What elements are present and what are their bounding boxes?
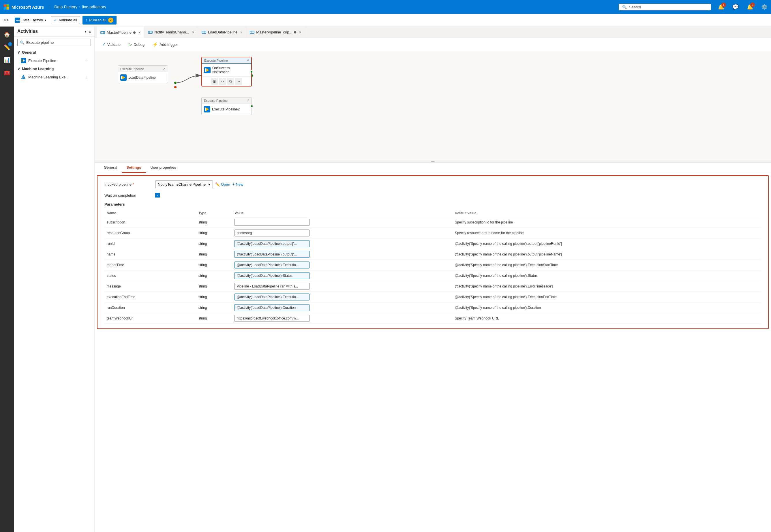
execute-pipeline-icon — [21, 58, 26, 63]
general-section-header[interactable]: ∨ General — [14, 48, 94, 56]
validate-button[interactable]: ✓ Validate — [99, 40, 123, 48]
param-value-input[interactable] — [234, 251, 309, 258]
external-link-icon[interactable]: ↗ — [247, 99, 249, 102]
top-bar: Microsoft Azure | Data Factory › live-ad… — [0, 0, 771, 14]
param-value-input[interactable] — [234, 262, 309, 268]
pencil-icon[interactable]: ✏️ 2 — [1, 42, 13, 53]
param-value-input[interactable] — [234, 294, 309, 300]
left-panel: Activities ‹ « 🔍 ∨ General Execute Pipel… — [14, 27, 95, 532]
notification-icon[interactable]: 🔔 1 — [718, 4, 724, 10]
breadcrumb-data-factory[interactable]: Data Factory — [54, 5, 77, 9]
code-action[interactable]: {} — [219, 78, 226, 85]
param-value-input[interactable] — [234, 230, 309, 236]
tab-notify-teams[interactable]: NotifyTeamsChann... ✕ — [144, 27, 198, 38]
param-name: status — [104, 270, 196, 281]
param-default: Specify subscription id for the pipeline — [453, 217, 761, 228]
search-icon: 🔍 — [20, 40, 25, 45]
param-type: string — [196, 292, 232, 302]
alerts-badge: 8 — [750, 3, 755, 7]
activities-search[interactable]: 🔍 — [17, 39, 91, 46]
svg-rect-25 — [121, 76, 122, 79]
data-factory-tab[interactable]: ADF Data Factory ▾ — [12, 18, 48, 23]
tab-master-pipeline[interactable]: MasterPipeline ✕ — [97, 27, 144, 38]
debug-button[interactable]: ▷ Debug — [126, 40, 147, 48]
param-value-input[interactable] — [234, 315, 309, 322]
tab-settings[interactable]: Settings — [122, 163, 146, 173]
collapse-all-icon[interactable]: « — [89, 29, 91, 34]
node-actions: 🗑 {} ⧉ ↔ — [202, 76, 251, 86]
home-icon[interactable]: 🏠 — [1, 29, 13, 40]
open-pipeline-button[interactable]: ✏️ Open — [215, 182, 230, 187]
alerts-icon[interactable]: 🔔 8 — [747, 4, 753, 10]
chevron-down-icon: ▾ — [208, 182, 210, 187]
ml-section-header[interactable]: ∨ Machine Learning — [14, 65, 94, 73]
top-icons: 🔔 1 💬 🔔 8 ⚙️ — [718, 4, 768, 10]
validate-all-button[interactable]: ✓ Validate all — [51, 16, 80, 24]
execute-pipeline-item[interactable]: Execute Pipeline ⣿ — [14, 56, 94, 65]
tab-master-copy[interactable]: MasterPipeline_cop... ✕ — [246, 27, 305, 38]
param-default: @activity('Specify name of the calling p… — [453, 281, 761, 292]
chat-icon[interactable]: 💬 — [732, 4, 739, 10]
settings-icon[interactable]: ⚙️ — [761, 4, 768, 10]
node-header: Execute Pipeline ↗ — [202, 97, 251, 104]
unsaved-dot — [294, 31, 296, 33]
pipeline-canvas[interactable]: Execute Pipeline ↗ LoadDataPipeline Exec… — [95, 51, 771, 161]
azure-logo — [3, 4, 9, 10]
monitor-icon[interactable]: 📊 — [1, 54, 13, 66]
bottom-panel: General Settings User properties Invoked… — [95, 162, 771, 331]
tab-load-data[interactable]: LoadDataPipeline ✕ — [198, 27, 247, 38]
param-name: triggerTime — [104, 260, 196, 270]
drag-handle[interactable]: ⣿ — [85, 76, 87, 79]
close-tab-icon[interactable]: ✕ — [138, 31, 141, 34]
col-value: Value — [232, 209, 452, 217]
publish-all-button[interactable]: ↑ Publish all 2 — [82, 16, 116, 25]
param-type: string — [196, 217, 232, 228]
param-default: @activity('Specify name of the calling p… — [453, 249, 761, 260]
main-layout: 🏠 ✏️ 2 📊 🧰 Activities ‹ « 🔍 ∨ General — [0, 27, 771, 532]
external-link-icon[interactable]: ↗ — [163, 67, 165, 71]
ml-execute-item[interactable]: Machine Learning Exe... ⣿ — [14, 73, 94, 81]
breadcrumb-live-adfactory[interactable]: live-adfactory — [82, 5, 106, 9]
col-name: Name — [104, 209, 196, 217]
invoked-pipeline-row: Invoked pipeline * NotifyTeamsChannelPip… — [104, 181, 761, 188]
expand-icon[interactable]: >> — [3, 18, 9, 23]
copy-action[interactable]: ⧉ — [227, 78, 234, 85]
table-row: runDurationstring@activity('Specify name… — [104, 302, 761, 313]
wait-completion-checkbox[interactable]: ✓ — [155, 193, 160, 198]
param-value-input[interactable] — [234, 304, 309, 311]
node-body: LoadDataPipeline — [118, 72, 168, 83]
tab-general[interactable]: General — [99, 163, 122, 173]
new-pipeline-button[interactable]: + New — [232, 182, 243, 187]
chevron-down-icon[interactable]: ▾ — [45, 18, 46, 22]
param-name: subscription — [104, 217, 196, 228]
node-load-data-pipeline[interactable]: Execute Pipeline ↗ LoadDataPipeline — [118, 65, 168, 83]
node-on-success-notification[interactable]: Execute Pipeline ↗ OnSuccessNotification… — [201, 57, 252, 87]
node-execute-pipeline2[interactable]: Execute Pipeline ↗ Execute Pipeline2 — [201, 97, 252, 115]
param-value-input[interactable] — [234, 283, 309, 290]
param-value-input[interactable] — [234, 272, 309, 279]
add-trigger-button[interactable]: ⚡ Add trigger — [150, 40, 181, 48]
toolbox-icon[interactable]: 🧰 — [1, 67, 13, 78]
close-tab-icon[interactable]: ✕ — [299, 31, 301, 34]
param-value-input[interactable] — [234, 240, 309, 247]
pipeline-tab-icon — [250, 30, 254, 35]
external-link-icon[interactable]: ↗ — [246, 59, 249, 62]
close-tab-icon[interactable]: ✕ — [240, 31, 242, 34]
table-row: resourceGroupstringSpecify resource grou… — [104, 228, 761, 238]
drag-handle[interactable]: ⣿ — [85, 59, 87, 62]
table-row: triggerTimestring@activity('Specify name… — [104, 260, 761, 270]
search-input[interactable] — [26, 40, 88, 45]
node-body: Execute Pipeline2 — [202, 104, 251, 115]
tab-user-properties[interactable]: User properties — [146, 163, 181, 173]
param-value-input[interactable] — [234, 219, 309, 226]
search-bar[interactable]: 🔍 Search — [619, 4, 711, 10]
action-bar: ✓ Validate ▷ Debug ⚡ Add trigger — [95, 38, 771, 51]
collapse-icon[interactable]: ‹ — [85, 29, 86, 34]
node-header: Execute Pipeline ↗ — [118, 66, 168, 72]
param-type: string — [196, 228, 232, 238]
toolbar: >> ADF Data Factory ▾ ✓ Validate all ↑ P… — [0, 14, 771, 27]
link-action[interactable]: ↔ — [235, 78, 242, 85]
invoked-pipeline-dropdown[interactable]: NotifyTeamsChannelPipeline ▾ — [155, 181, 213, 188]
delete-action[interactable]: 🗑 — [211, 78, 218, 85]
close-tab-icon[interactable]: ✕ — [192, 31, 194, 34]
